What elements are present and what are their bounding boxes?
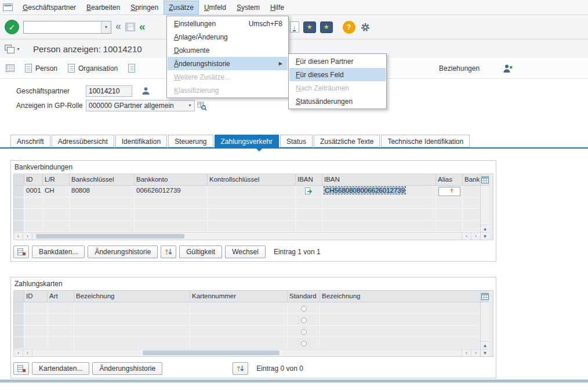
hide-command-field-icon[interactable]: « — [115, 20, 121, 32]
hscroll-thumb[interactable] — [36, 234, 184, 239]
cell[interactable] — [320, 302, 480, 314]
bank-empty-row[interactable] — [14, 221, 480, 232]
cell[interactable] — [48, 326, 74, 337]
cell[interactable] — [208, 209, 296, 221]
cards-col-bezeichnung2[interactable]: Bezeichnung — [320, 291, 480, 302]
hscroll-track[interactable] — [32, 349, 462, 356]
role-matchcode-icon-button[interactable] — [197, 101, 207, 110]
bank-col-lr[interactable]: L/R — [43, 174, 70, 186]
alias-icon-button[interactable] — [438, 187, 460, 196]
scroll-up-icon[interactable]: ▲ — [481, 225, 489, 232]
cell[interactable] — [463, 209, 480, 221]
tab-steuerung[interactable]: Steuerung — [168, 135, 213, 147]
cards-sort-icon-button[interactable] — [233, 362, 248, 375]
bank-hscrollbar[interactable]: ‹ › ‹ › — [14, 232, 480, 240]
cards-empty-row[interactable] — [14, 314, 480, 326]
bank-aenderungshistorie-button[interactable]: Änderungshistorie — [88, 245, 158, 258]
cards-table-icon-button[interactable] — [13, 362, 29, 375]
clipped-button[interactable] — [125, 62, 142, 75]
window-menu-icon[interactable] — [3, 3, 13, 11]
cell[interactable] — [208, 221, 296, 232]
command-dropdown-icon[interactable]: ▼ — [101, 21, 111, 33]
cell[interactable] — [135, 209, 208, 221]
cards-col-art[interactable]: Art — [48, 291, 74, 302]
standard-radio-icon[interactable] — [301, 306, 307, 312]
menu-item-dokumente[interactable]: Dokumente — [168, 44, 288, 57]
row-selector[interactable] — [14, 326, 24, 337]
submenu-item-statusaenderungen[interactable]: Statusänderungen — [289, 95, 386, 108]
worklist-icon-button[interactable] — [6, 64, 14, 72]
cell[interactable] — [48, 302, 74, 314]
bank-empty-row[interactable] — [14, 209, 480, 221]
cell-standard[interactable] — [288, 326, 320, 337]
hscroll-thumb[interactable] — [143, 351, 280, 355]
cell[interactable] — [463, 221, 480, 232]
back-icon-button[interactable]: « — [139, 20, 146, 33]
cell[interactable] — [24, 337, 48, 349]
services-for-object-icon-button[interactable]: ▼ — [5, 45, 20, 53]
cell[interactable] — [48, 337, 74, 349]
cell[interactable] — [135, 197, 208, 209]
cell[interactable] — [70, 209, 135, 221]
tab-identifikation[interactable]: Identifikation — [115, 135, 167, 147]
cards-col-kartennummer[interactable]: Kartennummer — [190, 291, 288, 302]
standard-radio-icon[interactable] — [301, 329, 307, 335]
gueltigkeit-button[interactable]: Gültigkeit — [179, 245, 222, 258]
bank-table-row[interactable]: 0001 CH 80808 006626012739 CH56808080066… — [14, 186, 480, 197]
cell[interactable] — [436, 197, 463, 209]
tab-status[interactable]: Status — [280, 135, 313, 147]
bank-col-bankschluessel[interactable]: Bankschlüssel — [70, 174, 135, 186]
cell[interactable] — [436, 209, 463, 221]
bank-vscrollbar[interactable]: ▲ ▼ — [480, 174, 489, 240]
menu-item-aenderungshistorie[interactable]: Änderungshistorie ▶ — [168, 57, 288, 70]
scroll-right-icon[interactable]: › — [23, 233, 32, 240]
submenu-item-fuer-dieses-feld[interactable]: Für dieses Feld — [289, 68, 386, 81]
wechsel-button[interactable]: Wechsel — [225, 245, 266, 258]
cell-lr[interactable]: CH — [43, 186, 70, 197]
scroll-left-icon[interactable]: ‹ — [462, 233, 471, 240]
menu-umfeld[interactable]: Umfeld — [199, 1, 231, 15]
relationships-person-icon-button[interactable] — [503, 64, 513, 73]
menu-item-anlage-aenderung[interactable]: Anlage/Änderung — [168, 30, 288, 44]
cell-bankkonto[interactable]: 006626012739 — [135, 186, 208, 197]
bank-col-id[interactable]: ID — [24, 174, 43, 186]
bank-select-all-header[interactable] — [14, 174, 24, 186]
bank-empty-row[interactable] — [14, 197, 480, 209]
cell[interactable] — [74, 314, 190, 326]
standard-radio-icon[interactable] — [301, 341, 307, 346]
vscroll-track[interactable] — [481, 302, 489, 341]
row-selector[interactable] — [14, 221, 24, 232]
cell[interactable] — [296, 221, 322, 232]
scroll-right-icon[interactable]: › — [471, 233, 480, 240]
beziehungen-button[interactable]: Beziehungen — [435, 62, 483, 75]
cell-standard[interactable] — [288, 337, 320, 349]
cell[interactable] — [24, 314, 48, 326]
cell[interactable] — [320, 337, 480, 349]
scroll-up-icon[interactable]: ▲ — [481, 341, 489, 349]
cell[interactable] — [436, 221, 463, 232]
cell[interactable] — [48, 314, 74, 326]
bank-col-iban-icon[interactable]: IBAN — [296, 174, 322, 186]
cell[interactable] — [70, 221, 135, 232]
help-icon-button[interactable]: ? — [343, 21, 355, 34]
tab-technische-identifikation[interactable]: Technische Identifikation — [381, 135, 470, 147]
cell[interactable] — [24, 221, 43, 232]
cell[interactable] — [74, 326, 190, 337]
customize-icon-button[interactable] — [360, 21, 371, 33]
submenu-item-fuer-diesen-partner[interactable]: Für diesen Partner — [289, 55, 386, 68]
partner-input[interactable] — [86, 85, 132, 97]
bank-table-settings-icon-button[interactable] — [481, 174, 489, 186]
standard-radio-icon[interactable] — [301, 317, 307, 323]
tab-adressuebersicht[interactable]: Adressübersicht — [52, 135, 114, 147]
bank-col-alias[interactable]: Alias — [436, 174, 463, 186]
scroll-left-icon[interactable]: ‹ — [462, 349, 471, 356]
person-button[interactable]: Person — [21, 62, 61, 75]
row-selector[interactable] — [14, 209, 24, 221]
cell[interactable] — [24, 302, 48, 314]
row-selector[interactable] — [14, 302, 24, 314]
cell[interactable] — [322, 197, 436, 209]
scroll-left-icon[interactable]: ‹ — [14, 349, 23, 356]
cell-standard[interactable] — [288, 314, 320, 326]
scroll-down-icon[interactable]: ▼ — [481, 232, 489, 240]
role-dropdown-icon[interactable]: ▼ — [186, 103, 194, 107]
